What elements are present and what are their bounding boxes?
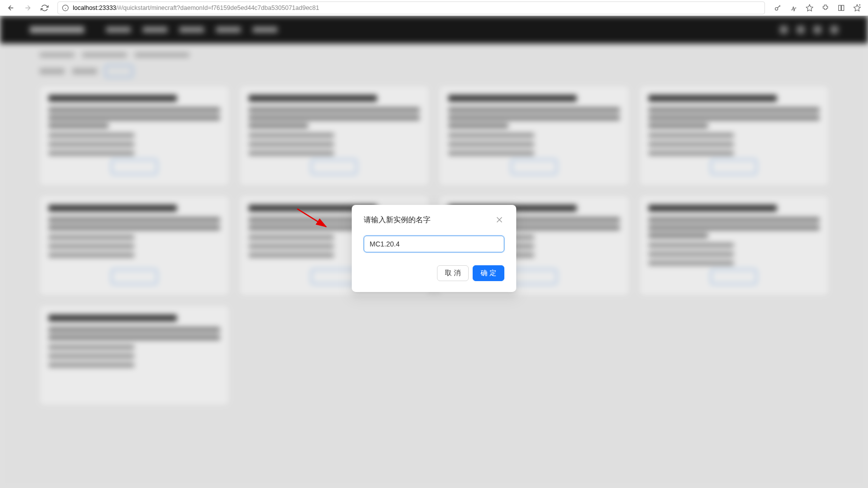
instance-name-input[interactable]: [364, 236, 504, 252]
modal-title: 请输入新实例的名字: [364, 215, 431, 224]
arrow-left-icon: [7, 4, 15, 12]
forward-button[interactable]: [21, 1, 35, 15]
info-icon: [62, 4, 69, 11]
favorites-star-icon[interactable]: [850, 1, 864, 15]
svg-point-3: [775, 7, 778, 10]
arrow-right-icon: [24, 4, 32, 12]
svg-rect-4: [839, 5, 841, 10]
close-icon: [496, 217, 502, 223]
page-viewport: 请输入新实例的名字 取 消 确 定: [0, 16, 868, 488]
close-button[interactable]: [494, 215, 504, 225]
favorite-icon[interactable]: [803, 1, 816, 15]
read-aloud-icon[interactable]: [787, 1, 801, 15]
browser-right-icons: [771, 1, 864, 15]
refresh-button[interactable]: [38, 1, 52, 15]
svg-rect-5: [842, 5, 844, 10]
confirm-button[interactable]: 确 定: [473, 265, 504, 281]
new-instance-name-modal: 请输入新实例的名字 取 消 确 定: [352, 205, 516, 292]
collections-icon[interactable]: [834, 1, 848, 15]
browser-toolbar: localhost:23333/#/quickstart/minecraft?d…: [0, 0, 868, 16]
back-button[interactable]: [4, 1, 18, 15]
extensions-icon[interactable]: [818, 1, 832, 15]
refresh-icon: [41, 4, 49, 12]
address-bar[interactable]: localhost:23333/#/quickstart/minecraft?d…: [57, 1, 765, 14]
url-text: localhost:23333/#/quickstart/minecraft?d…: [73, 4, 319, 11]
key-icon[interactable]: [771, 1, 785, 15]
cancel-button[interactable]: 取 消: [437, 265, 469, 281]
